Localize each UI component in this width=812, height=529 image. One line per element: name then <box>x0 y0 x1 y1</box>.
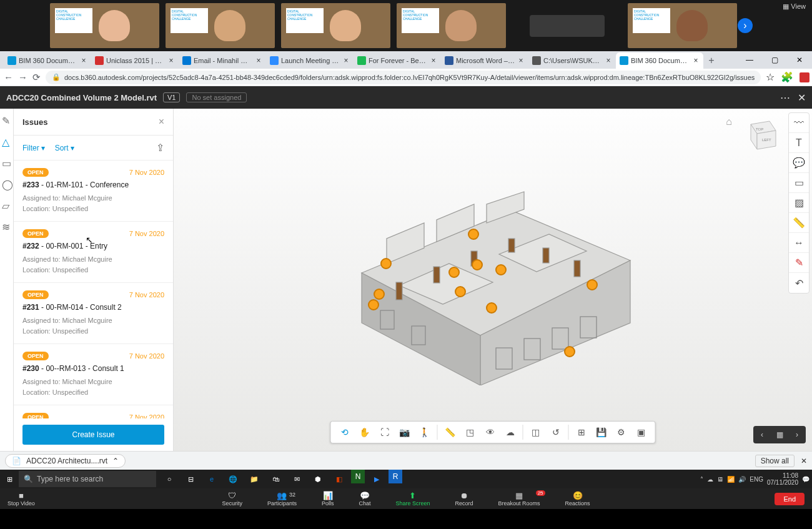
browser-tab-active[interactable]: BIM 360 Document Manag× <box>616 52 703 69</box>
building-model[interactable] <box>337 161 649 385</box>
section-icon[interactable]: ◳ <box>460 423 480 442</box>
issue-pin[interactable] <box>374 289 385 300</box>
markup-tool-icon[interactable]: 〰 <box>789 113 809 133</box>
model-browser-icon[interactable]: ⊞ <box>572 423 592 442</box>
text-tool-icon[interactable]: T <box>789 133 809 153</box>
maximize-button[interactable]: ▢ <box>762 51 787 69</box>
pan-tool-icon[interactable]: ✋ <box>355 423 375 442</box>
camera-tool-icon[interactable]: 📷 <box>395 423 415 442</box>
highlight-tool-icon[interactable]: ▨ <box>789 193 809 213</box>
chat-button[interactable]: 💬Chat <box>359 492 370 507</box>
issue-item[interactable]: OPEN7 Nov 2020 #232 - 00-RM-001 - Entry … <box>14 222 173 283</box>
close-icon[interactable]: × <box>167 57 175 64</box>
show-all-button[interactable]: Show all <box>755 455 795 467</box>
chrome-icon[interactable]: 🌐 <box>224 470 242 488</box>
save-view-icon[interactable]: 💾 <box>592 423 611 442</box>
issue-item[interactable]: OPEN7 Nov 2020 #231 - 00-RM-014 - Consul… <box>14 283 173 344</box>
close-icon[interactable]: × <box>517 57 525 64</box>
close-icon[interactable]: × <box>80 57 87 64</box>
settings-icon[interactable]: ⚙ <box>611 423 631 442</box>
office-icon[interactable]: ◧ <box>330 470 349 488</box>
explorer-icon[interactable]: 📁 <box>245 470 264 488</box>
notifications-icon[interactable]: 💬 <box>802 476 810 483</box>
browser-tab[interactable]: C:\Users\WSUKCAD-3\Doc× <box>528 52 616 69</box>
reload-button[interactable]: ⟳ <box>32 71 41 84</box>
split-view-icon[interactable]: ◫ <box>526 423 546 442</box>
clock[interactable]: 11:0807/11/2020 <box>767 472 798 486</box>
browser-tab[interactable]: Uniclass 2015 | NBS× <box>91 52 179 69</box>
issue-pin[interactable] <box>380 258 392 269</box>
issue-item[interactable]: OPEN7 Nov 2020 #233 - 01-RM-101 - Confer… <box>14 161 173 222</box>
view-cube[interactable]: TOPLEFT <box>738 115 782 159</box>
export-icon[interactable]: ⇪ <box>156 142 164 154</box>
issue-pin[interactable] <box>472 259 483 270</box>
video-tile[interactable]: DIGITAL CONSTRUCTION CHALLENGE <box>628 3 737 48</box>
sheet-grid-button[interactable]: ▦ <box>771 426 788 443</box>
onedrive-icon[interactable]: ☁ <box>707 476 713 483</box>
edge-icon[interactable]: e <box>202 470 221 488</box>
close-panel-icon[interactable]: × <box>159 116 164 127</box>
explode-icon[interactable]: 👁 <box>480 423 500 442</box>
stop-video-button[interactable]: ■Stop Video <box>7 492 35 507</box>
orbit-tool-icon[interactable]: ⟲ <box>335 423 355 442</box>
issue-list[interactable]: OPEN7 Nov 2020 #233 - 01-RM-101 - Confer… <box>14 161 173 418</box>
fullscreen-icon[interactable]: ▣ <box>631 423 651 442</box>
close-icon[interactable]: × <box>255 57 262 64</box>
3d-viewer[interactable]: ⌂ TOPLEFT 〰 T 💬 ▭ ▨ 📏 ↔ ✎ ↶ <box>174 109 812 451</box>
set-badge[interactable]: No set assigned <box>186 92 247 102</box>
close-icon[interactable]: × <box>342 57 350 64</box>
cortana-icon[interactable]: ○ <box>160 470 179 488</box>
issue-pin[interactable] <box>486 302 497 314</box>
app-icon[interactable]: ⬢ <box>309 470 327 488</box>
dimension-tool-icon[interactable]: ↔ <box>789 233 809 253</box>
new-tab-button[interactable]: + <box>703 52 720 69</box>
close-icon[interactable]: × <box>692 57 700 64</box>
extensions-icon[interactable]: 🧩 <box>781 71 793 83</box>
issue-item[interactable]: OPEN7 Nov 2020 #230 - 00--RM-013 - Consu… <box>14 344 173 405</box>
issue-pin[interactable] <box>368 299 379 310</box>
extension-icon[interactable] <box>800 72 810 82</box>
ghost-icon[interactable]: ☁ <box>500 423 520 442</box>
end-meeting-button[interactable]: End <box>775 493 805 505</box>
download-item[interactable]: 📄 ADCC20 Architectu....rvt ⌃ <box>5 454 126 468</box>
taskbar-search[interactable]: 🔍 Type here to search <box>19 471 156 487</box>
tray-icon[interactable]: 🖥 <box>717 476 723 483</box>
minimize-button[interactable]: — <box>737 51 762 69</box>
forward-button[interactable]: → <box>18 71 27 84</box>
issue-pin[interactable] <box>468 229 479 240</box>
prev-sheet-button[interactable]: ‹ <box>753 426 771 443</box>
issue-pin[interactable] <box>564 346 575 357</box>
close-icon[interactable]: ✕ <box>798 92 806 104</box>
task-view-icon[interactable]: ⊟ <box>181 470 200 488</box>
next-videos-button[interactable]: › <box>738 18 753 33</box>
video-tile[interactable]: DIGITAL CONSTRUCTION CHALLENGE <box>281 3 390 48</box>
issue-item[interactable]: OPEN7 Nov 2020 #229 - Entire Building As… <box>14 405 173 418</box>
sort-button[interactable]: Sort ▾ <box>55 144 74 152</box>
language-indicator[interactable]: ENG <box>750 476 763 483</box>
pencil-tool-icon[interactable]: ✎ <box>789 253 809 273</box>
back-button[interactable]: ← <box>4 71 13 84</box>
issue-pin[interactable] <box>495 264 507 275</box>
issue-pin[interactable] <box>448 267 460 278</box>
zoom-tool-icon[interactable]: ⛶ <box>375 423 395 442</box>
measure-tool-icon[interactable]: 📏 <box>789 213 809 233</box>
participants-button[interactable]: 👥Participants32 <box>267 492 297 507</box>
network-icon[interactable]: 📶 <box>727 476 735 483</box>
close-icon[interactable]: × <box>605 57 612 64</box>
zoom-icon[interactable]: ▶ <box>367 470 386 488</box>
version-badge[interactable]: V1 <box>163 92 180 102</box>
view-button[interactable]: ▦ View <box>783 2 806 11</box>
undo-tool-icon[interactable]: ↶ <box>789 273 809 293</box>
issue-pin[interactable] <box>587 279 598 290</box>
measure-icon[interactable]: 📏 <box>440 423 460 442</box>
reactions-button[interactable]: 😊Reactions <box>565 492 590 507</box>
issue-pin[interactable] <box>455 286 466 297</box>
security-button[interactable]: 🛡Security <box>222 492 242 507</box>
video-tile-blank[interactable] <box>512 3 621 48</box>
close-icon[interactable]: × <box>430 57 437 64</box>
chevron-up-icon[interactable]: ⌃ <box>112 457 119 465</box>
revit-icon[interactable]: R <box>389 470 402 483</box>
issues-icon[interactable]: △ <box>2 136 12 146</box>
reset-icon[interactable]: ↺ <box>546 423 566 442</box>
star-icon[interactable]: ☆ <box>766 71 775 83</box>
